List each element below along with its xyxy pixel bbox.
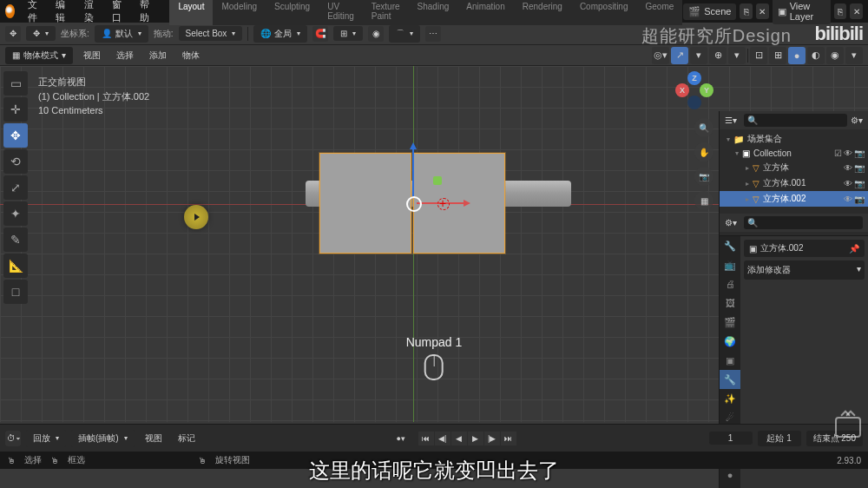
viewlayer-selector[interactable]: ▣View Layer bbox=[773, 0, 831, 24]
menu-render[interactable]: 渲染 bbox=[77, 0, 104, 28]
ptab-output[interactable]: 🖨 bbox=[720, 274, 740, 293]
orientation-dropdown[interactable]: 🌐全局 bbox=[253, 25, 307, 43]
overlay-dropdown[interactable]: ▾ bbox=[728, 47, 746, 64]
prop-edit-toggle[interactable]: ◉ bbox=[368, 26, 384, 42]
snap-toggle[interactable]: 🧲 bbox=[312, 26, 328, 42]
add-modifier-dropdown[interactable]: 添加修改器▾ bbox=[744, 260, 865, 280]
scene-collection-row[interactable]: ▾📁场景集合 bbox=[720, 131, 868, 147]
select-tool[interactable]: ▭ bbox=[3, 71, 28, 96]
pan-icon[interactable]: ✋ bbox=[694, 142, 713, 162]
tab-geo[interactable]: Geome bbox=[636, 0, 682, 25]
tab-layout[interactable]: Layout bbox=[169, 0, 213, 25]
object-name-field[interactable]: ▣立方体.002📌 bbox=[744, 240, 865, 257]
drag-dropdown[interactable]: Select Box bbox=[179, 26, 243, 41]
gizmo-y-dot[interactable] bbox=[433, 176, 442, 185]
annotate-tool[interactable]: ✎ bbox=[3, 228, 28, 252]
outliner-search-input[interactable]: 🔍 bbox=[744, 114, 847, 127]
persp-ortho-icon[interactable]: ▦ bbox=[694, 191, 713, 210]
overlay-toggle[interactable]: ⊕ bbox=[709, 47, 727, 64]
tab-animation[interactable]: Animation bbox=[457, 0, 513, 25]
menu-help[interactable]: 帮助 bbox=[133, 0, 160, 28]
play-button[interactable]: ▶ bbox=[468, 432, 483, 445]
add-cube-tool[interactable]: □ bbox=[3, 280, 28, 304]
render-icon[interactable]: 📷 bbox=[854, 195, 865, 204]
ptab-particles[interactable]: ✨ bbox=[720, 389, 740, 408]
checkbox-icon[interactable]: ☑ bbox=[834, 148, 842, 158]
delete-layer-button[interactable]: ✕ bbox=[850, 3, 863, 19]
tab-compositing[interactable]: Compositing bbox=[571, 0, 637, 25]
options-icon[interactable]: ⋯ bbox=[425, 26, 441, 42]
gizmo-dropdown[interactable]: ▾ bbox=[690, 47, 707, 64]
rotate-tool[interactable]: ⟲ bbox=[3, 149, 28, 174]
wireframe-shading[interactable]: ⊞ bbox=[769, 47, 786, 64]
mode-dropdown[interactable]: ▦物体模式▾ bbox=[5, 47, 73, 64]
camera-icon[interactable]: 📷 bbox=[694, 167, 713, 186]
render-icon[interactable]: 📷 bbox=[854, 179, 865, 188]
ptab-object[interactable]: ▣ bbox=[720, 351, 740, 370]
mesh-cube-left[interactable] bbox=[319, 153, 411, 254]
current-frame-field[interactable]: 1 bbox=[709, 432, 753, 445]
filter-icon[interactable]: ⚙▾ bbox=[851, 115, 863, 125]
keying-dropdown[interactable]: 插帧(插帧) bbox=[71, 430, 135, 447]
autokey-icon[interactable]: ●▾ bbox=[393, 432, 409, 445]
timeline-type-icon[interactable]: ⏱▾ bbox=[5, 431, 21, 446]
delete-scene-button[interactable]: ✕ bbox=[756, 3, 769, 19]
tab-uv[interactable]: UV Editing bbox=[319, 0, 363, 25]
props-search-input[interactable]: 🔍 bbox=[744, 216, 863, 229]
ptab-modifier[interactable]: 🔧 bbox=[720, 370, 740, 389]
scale-tool[interactable]: ⤢ bbox=[3, 175, 28, 200]
ptab-render[interactable]: 📺 bbox=[720, 255, 740, 274]
tab-modeling[interactable]: Modeling bbox=[213, 0, 266, 25]
scene-selector[interactable]: 🎬Scene bbox=[683, 3, 736, 20]
render-icon[interactable]: 📷 bbox=[854, 148, 865, 158]
jump-start-button[interactable]: ⏮ bbox=[418, 432, 434, 445]
nav-gizmo[interactable]: Z Y X bbox=[675, 71, 713, 109]
tab-shading[interactable]: Shading bbox=[409, 0, 458, 25]
add-menu[interactable]: 添加 bbox=[144, 47, 172, 64]
eye-icon[interactable]: 👁 bbox=[844, 163, 852, 173]
transform-space[interactable]: ✥ bbox=[26, 26, 56, 41]
gizmo-center[interactable] bbox=[406, 196, 422, 212]
tab-rendering[interactable]: Rendering bbox=[514, 0, 571, 25]
next-key-button[interactable]: |▶ bbox=[484, 432, 500, 445]
selectability-icon[interactable]: ◎▾ bbox=[652, 47, 669, 64]
playback-dropdown[interactable]: 回放 bbox=[26, 430, 66, 447]
snap-dropdown[interactable]: ⊞ bbox=[333, 26, 363, 41]
shading-dropdown[interactable]: ▾ bbox=[845, 47, 863, 64]
cursor-tool[interactable]: ✛ bbox=[3, 97, 28, 122]
nav-y-axis[interactable]: Y bbox=[700, 83, 713, 97]
new-layer-button[interactable]: ⎘ bbox=[834, 3, 847, 19]
select-menu[interactable]: 选择 bbox=[111, 47, 139, 64]
eye-icon[interactable]: 👁 bbox=[844, 179, 852, 188]
measure-tool[interactable]: 📐 bbox=[3, 254, 28, 278]
props-type-icon[interactable]: ⚙▾ bbox=[725, 218, 737, 228]
nav-z-axis[interactable]: Z bbox=[687, 71, 701, 85]
pin-icon[interactable]: 📌 bbox=[849, 244, 859, 254]
menu-window[interactable]: 窗口 bbox=[105, 0, 132, 28]
new-scene-button[interactable]: ⎘ bbox=[740, 3, 753, 19]
jump-end-button[interactable]: ⏭ bbox=[501, 432, 516, 445]
ptab-viewlayer[interactable]: 🖼 bbox=[720, 293, 740, 313]
object-row-2[interactable]: ▸▽立方体.002👁📷 bbox=[720, 191, 868, 207]
nav-neg-z[interactable] bbox=[687, 96, 701, 109]
tab-sculpting[interactable]: Sculpting bbox=[266, 0, 319, 25]
collection-row[interactable]: ▾▣Collection☑👁📷 bbox=[720, 147, 868, 160]
rendered-shading[interactable]: ◉ bbox=[826, 47, 844, 64]
prev-key-button[interactable]: ◀| bbox=[435, 432, 450, 445]
move-tool[interactable]: ✥ bbox=[3, 123, 28, 148]
matprev-shading[interactable]: ◐ bbox=[807, 47, 825, 64]
outliner-type-icon[interactable]: ☰▾ bbox=[725, 115, 737, 125]
eye-icon[interactable]: 👁 bbox=[844, 195, 852, 204]
view-menu[interactable]: 视图 bbox=[78, 47, 106, 64]
coord-dropdown[interactable]: 👤默认 bbox=[95, 25, 148, 43]
nav-x-axis[interactable]: X bbox=[675, 83, 689, 97]
timeline-view[interactable]: 视图 bbox=[140, 430, 168, 447]
gizmo-z-arrow[interactable] bbox=[412, 144, 414, 196]
xray-toggle[interactable]: ⊡ bbox=[750, 47, 767, 64]
ptab-tool[interactable]: 🔧 bbox=[720, 236, 740, 255]
object-menu[interactable]: 物体 bbox=[177, 47, 205, 64]
object-row-0[interactable]: ▸▽立方体👁📷 bbox=[720, 160, 868, 175]
play-rev-button[interactable]: ◀ bbox=[451, 432, 467, 445]
menu-edit[interactable]: 编辑 bbox=[49, 0, 76, 28]
editor-type-icon[interactable]: ✥ bbox=[5, 26, 21, 42]
